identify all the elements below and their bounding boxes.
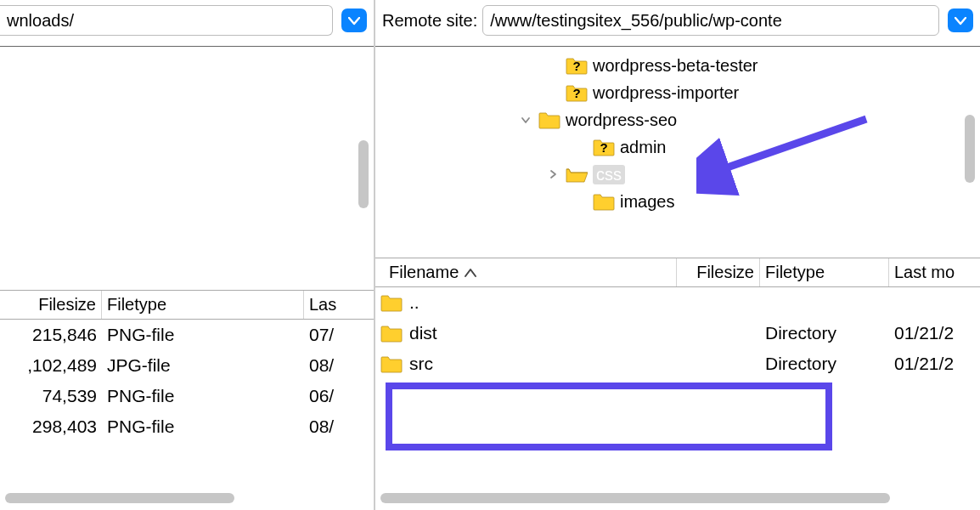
local-site-bar bbox=[0, 0, 374, 47]
folder-question-icon: ? bbox=[566, 83, 588, 102]
local-path-input[interactable] bbox=[7, 11, 325, 31]
chevron-right-icon[interactable] bbox=[545, 169, 560, 179]
list-item[interactable]: .. bbox=[375, 287, 980, 318]
tree-item-label: css bbox=[593, 165, 625, 184]
col-filetype[interactable]: Filetype bbox=[760, 258, 889, 286]
local-path-field[interactable] bbox=[0, 5, 333, 36]
local-tree-scrollbar[interactable] bbox=[358, 140, 369, 208]
list-item[interactable]: 298,403 PNG-file 08/ bbox=[0, 411, 374, 442]
remote-tree[interactable]: ?wordpress-beta-tester?wordpress-importe… bbox=[375, 47, 980, 258]
list-item[interactable]: distDirectory01/21/2 bbox=[375, 318, 980, 348]
remote-tree-scrollbar[interactable] bbox=[965, 115, 975, 183]
folder-icon bbox=[380, 354, 403, 373]
tree-item[interactable]: images bbox=[375, 188, 980, 215]
list-item[interactable]: 74,539 PNG-file 06/ bbox=[0, 381, 374, 411]
svg-text:?: ? bbox=[572, 86, 580, 100]
col-lastmod[interactable]: Last mo bbox=[889, 258, 980, 286]
folder-icon bbox=[380, 324, 403, 343]
tree-item[interactable]: ?wordpress-beta-tester bbox=[375, 52, 980, 79]
col-lastmod[interactable]: Las bbox=[304, 291, 374, 319]
tree-item-label: admin bbox=[620, 138, 666, 157]
date-label: 01/21/2 bbox=[889, 323, 980, 343]
folder-icon bbox=[538, 110, 560, 129]
tree-item[interactable]: wordpress-seo bbox=[375, 106, 980, 133]
folder-open-icon bbox=[566, 165, 588, 184]
local-path-dropdown-button[interactable] bbox=[341, 8, 367, 32]
folder-question-icon: ? bbox=[593, 138, 615, 156]
remote-site-bar: Remote site: bbox=[375, 0, 980, 47]
folder-icon bbox=[593, 192, 615, 211]
sort-asc-icon bbox=[464, 263, 477, 282]
tree-item[interactable]: ?admin bbox=[375, 133, 980, 161]
col-filesize[interactable]: Filesize bbox=[0, 291, 102, 319]
filetype-label: Directory bbox=[760, 323, 889, 343]
remote-path-field[interactable] bbox=[482, 5, 939, 36]
remote-site-label: Remote site: bbox=[382, 11, 477, 31]
local-tree[interactable] bbox=[0, 47, 374, 291]
list-item[interactable]: 215,846 PNG-file 07/ bbox=[0, 320, 374, 350]
chevron-down-icon[interactable] bbox=[518, 115, 533, 125]
col-filename[interactable]: Filename bbox=[375, 258, 677, 286]
remote-horizontal-scrollbar[interactable] bbox=[380, 491, 975, 507]
remote-list-body[interactable]: ..distDirectory01/21/2srcDirectory01/21/… bbox=[375, 287, 980, 490]
col-filetype[interactable]: Filetype bbox=[102, 291, 304, 319]
filename-label: dist bbox=[409, 323, 437, 343]
folder-question-icon: ? bbox=[566, 56, 588, 75]
col-filesize[interactable]: Filesize bbox=[677, 258, 760, 286]
date-label: 01/21/2 bbox=[889, 354, 980, 374]
list-item[interactable]: srcDirectory01/21/2 bbox=[375, 348, 980, 379]
tree-item-label: images bbox=[620, 192, 674, 212]
local-list-header[interactable]: Filesize Filetype Las bbox=[0, 291, 374, 320]
tree-item[interactable]: ?wordpress-importer bbox=[375, 79, 980, 106]
chevron-down-icon bbox=[955, 11, 966, 30]
svg-text:?: ? bbox=[600, 140, 607, 155]
filename-label: src bbox=[409, 354, 433, 374]
svg-text:?: ? bbox=[572, 59, 580, 73]
list-item[interactable]: ,102,489 JPG-file 08/ bbox=[0, 350, 374, 381]
folder-icon bbox=[380, 293, 403, 312]
tree-item-label: wordpress-beta-tester bbox=[593, 56, 758, 76]
chevron-down-icon bbox=[348, 11, 360, 30]
remote-list-header[interactable]: Filename Filesize Filetype Last mo bbox=[375, 258, 980, 287]
remote-path-dropdown-button[interactable] bbox=[948, 8, 973, 32]
local-list-body[interactable]: 215,846 PNG-file 07/ ,102,489 JPG-file 0… bbox=[0, 320, 374, 490]
filename-label: .. bbox=[409, 292, 420, 313]
filetype-label: Directory bbox=[760, 354, 889, 374]
tree-item-label: wordpress-seo bbox=[566, 110, 677, 130]
tree-item-label: wordpress-importer bbox=[593, 83, 739, 103]
local-horizontal-scrollbar[interactable] bbox=[5, 491, 369, 507]
tree-item[interactable]: css bbox=[375, 161, 980, 188]
remote-path-input[interactable] bbox=[490, 11, 932, 31]
